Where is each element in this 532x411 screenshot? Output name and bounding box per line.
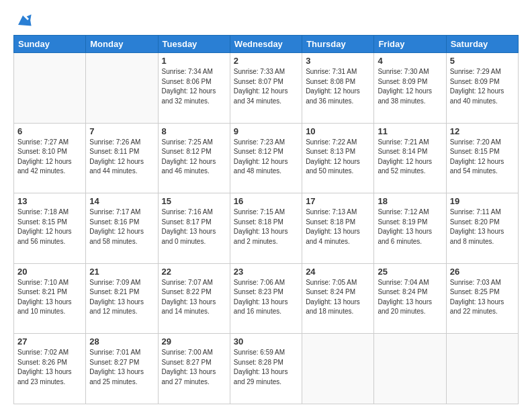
- day-number: 14: [89, 196, 154, 206]
- day-info: Sunrise: 7:01 AM Sunset: 8:27 PM Dayligh…: [89, 348, 154, 387]
- day-info: Sunrise: 7:09 AM Sunset: 8:21 PM Dayligh…: [89, 278, 154, 317]
- calendar-cell: [14, 53, 86, 124]
- day-info: Sunrise: 7:34 AM Sunset: 8:06 PM Dayligh…: [162, 67, 226, 106]
- day-info: Sunrise: 7:11 AM Sunset: 8:20 PM Dayligh…: [450, 208, 515, 246]
- day-info: Sunrise: 7:00 AM Sunset: 8:27 PM Dayligh…: [162, 348, 226, 387]
- day-info: Sunrise: 7:23 AM Sunset: 8:12 PM Dayligh…: [234, 138, 298, 177]
- calendar-cell: 15Sunrise: 7:16 AM Sunset: 8:17 PM Dayli…: [158, 193, 230, 264]
- calendar-table: SundayMondayTuesdayWednesdayThursdayFrid…: [13, 35, 519, 404]
- calendar-cell: 13Sunrise: 7:18 AM Sunset: 8:15 PM Dayli…: [14, 193, 86, 264]
- calendar-cell: 26Sunrise: 7:03 AM Sunset: 8:25 PM Dayli…: [446, 263, 518, 334]
- generalblue-icon: [13, 11, 32, 30]
- calendar-week-row: 1Sunrise: 7:34 AM Sunset: 8:06 PM Daylig…: [14, 53, 519, 124]
- day-info: Sunrise: 7:10 AM Sunset: 8:21 PM Dayligh…: [17, 278, 82, 317]
- calendar-week-row: 20Sunrise: 7:10 AM Sunset: 8:21 PM Dayli…: [14, 263, 519, 334]
- day-info: Sunrise: 6:59 AM Sunset: 8:28 PM Dayligh…: [234, 348, 298, 387]
- day-number: 19: [450, 196, 515, 206]
- day-info: Sunrise: 7:26 AM Sunset: 8:11 PM Dayligh…: [89, 138, 154, 177]
- day-number: 3: [306, 56, 370, 66]
- day-info: Sunrise: 7:31 AM Sunset: 8:08 PM Dayligh…: [306, 67, 370, 106]
- calendar-cell: 17Sunrise: 7:13 AM Sunset: 8:18 PM Dayli…: [302, 193, 374, 264]
- calendar-cell: 3Sunrise: 7:31 AM Sunset: 8:08 PM Daylig…: [302, 53, 374, 124]
- day-info: Sunrise: 7:18 AM Sunset: 8:15 PM Dayligh…: [17, 208, 82, 246]
- day-number: 25: [378, 267, 442, 277]
- day-number: 1: [162, 56, 226, 66]
- day-info: Sunrise: 7:33 AM Sunset: 8:07 PM Dayligh…: [234, 67, 298, 106]
- day-number: 13: [17, 196, 82, 206]
- calendar-header-tuesday: Tuesday: [158, 36, 230, 53]
- day-info: Sunrise: 7:30 AM Sunset: 8:09 PM Dayligh…: [378, 67, 442, 106]
- day-number: 2: [234, 56, 298, 66]
- calendar-cell: 16Sunrise: 7:15 AM Sunset: 8:18 PM Dayli…: [230, 193, 302, 264]
- calendar-header-wednesday: Wednesday: [230, 36, 302, 53]
- day-number: 8: [162, 126, 226, 136]
- day-info: Sunrise: 7:04 AM Sunset: 8:24 PM Dayligh…: [378, 278, 442, 317]
- calendar-cell: 25Sunrise: 7:04 AM Sunset: 8:24 PM Dayli…: [374, 263, 446, 334]
- calendar-cell: 19Sunrise: 7:11 AM Sunset: 8:20 PM Dayli…: [446, 193, 518, 264]
- calendar-cell: 2Sunrise: 7:33 AM Sunset: 8:07 PM Daylig…: [230, 53, 302, 124]
- day-number: 22: [162, 267, 226, 277]
- day-number: 9: [234, 126, 298, 136]
- calendar-header-sunday: Sunday: [14, 36, 86, 53]
- calendar-cell: [446, 334, 518, 404]
- calendar-cell: 12Sunrise: 7:20 AM Sunset: 8:15 PM Dayli…: [446, 123, 518, 193]
- day-number: 26: [450, 267, 515, 277]
- calendar-cell: 10Sunrise: 7:22 AM Sunset: 8:13 PM Dayli…: [302, 123, 374, 193]
- day-info: Sunrise: 7:07 AM Sunset: 8:22 PM Dayligh…: [162, 278, 226, 317]
- calendar-cell: 14Sunrise: 7:17 AM Sunset: 8:16 PM Dayli…: [86, 193, 158, 264]
- day-number: 30: [234, 336, 298, 347]
- day-number: 5: [450, 56, 515, 66]
- calendar-cell: 29Sunrise: 7:00 AM Sunset: 8:27 PM Dayli…: [158, 334, 230, 404]
- calendar-week-row: 6Sunrise: 7:27 AM Sunset: 8:10 PM Daylig…: [14, 123, 519, 193]
- logo: [13, 11, 35, 30]
- calendar-header-thursday: Thursday: [302, 36, 374, 53]
- calendar-cell: 21Sunrise: 7:09 AM Sunset: 8:21 PM Dayli…: [86, 263, 158, 334]
- day-number: 20: [17, 267, 82, 277]
- day-number: 28: [89, 336, 154, 347]
- day-info: Sunrise: 7:16 AM Sunset: 8:17 PM Dayligh…: [162, 208, 226, 246]
- calendar-cell: 11Sunrise: 7:21 AM Sunset: 8:14 PM Dayli…: [374, 123, 446, 193]
- calendar-cell: [86, 53, 158, 124]
- calendar-cell: 1Sunrise: 7:34 AM Sunset: 8:06 PM Daylig…: [158, 53, 230, 124]
- calendar-cell: 27Sunrise: 7:02 AM Sunset: 8:26 PM Dayli…: [14, 334, 86, 404]
- calendar-cell: [302, 334, 374, 404]
- day-number: 16: [234, 196, 298, 206]
- day-info: Sunrise: 7:20 AM Sunset: 8:15 PM Dayligh…: [450, 138, 515, 177]
- day-number: 21: [89, 267, 154, 277]
- page: SundayMondayTuesdayWednesdayThursdayFrid…: [0, 0, 532, 411]
- day-info: Sunrise: 7:13 AM Sunset: 8:18 PM Dayligh…: [306, 208, 370, 246]
- day-number: 15: [162, 196, 226, 206]
- day-info: Sunrise: 7:21 AM Sunset: 8:14 PM Dayligh…: [378, 138, 442, 177]
- day-info: Sunrise: 7:03 AM Sunset: 8:25 PM Dayligh…: [450, 278, 515, 317]
- calendar-cell: [374, 334, 446, 404]
- calendar-header-friday: Friday: [374, 36, 446, 53]
- calendar-header-saturday: Saturday: [446, 36, 518, 53]
- calendar-week-row: 27Sunrise: 7:02 AM Sunset: 8:26 PM Dayli…: [14, 334, 519, 404]
- day-number: 17: [306, 196, 370, 206]
- calendar-cell: 30Sunrise: 6:59 AM Sunset: 8:28 PM Dayli…: [230, 334, 302, 404]
- day-info: Sunrise: 7:27 AM Sunset: 8:10 PM Dayligh…: [17, 138, 82, 177]
- day-number: 24: [306, 267, 370, 277]
- day-info: Sunrise: 7:29 AM Sunset: 8:09 PM Dayligh…: [450, 67, 515, 106]
- day-info: Sunrise: 7:06 AM Sunset: 8:23 PM Dayligh…: [234, 278, 298, 317]
- day-info: Sunrise: 7:22 AM Sunset: 8:13 PM Dayligh…: [306, 138, 370, 177]
- day-number: 23: [234, 267, 298, 277]
- day-number: 11: [378, 126, 442, 136]
- day-number: 7: [89, 126, 154, 136]
- calendar-cell: 4Sunrise: 7:30 AM Sunset: 8:09 PM Daylig…: [374, 53, 446, 124]
- day-info: Sunrise: 7:02 AM Sunset: 8:26 PM Dayligh…: [17, 348, 82, 387]
- day-number: 18: [378, 196, 442, 206]
- calendar-cell: 22Sunrise: 7:07 AM Sunset: 8:22 PM Dayli…: [158, 263, 230, 334]
- calendar-cell: 8Sunrise: 7:25 AM Sunset: 8:12 PM Daylig…: [158, 123, 230, 193]
- day-number: 10: [306, 126, 370, 136]
- calendar-cell: 23Sunrise: 7:06 AM Sunset: 8:23 PM Dayli…: [230, 263, 302, 334]
- day-info: Sunrise: 7:12 AM Sunset: 8:19 PM Dayligh…: [378, 208, 442, 246]
- calendar-header-row: SundayMondayTuesdayWednesdayThursdayFrid…: [14, 36, 519, 53]
- day-number: 6: [17, 126, 82, 136]
- day-info: Sunrise: 7:25 AM Sunset: 8:12 PM Dayligh…: [162, 138, 226, 177]
- calendar-cell: 6Sunrise: 7:27 AM Sunset: 8:10 PM Daylig…: [14, 123, 86, 193]
- calendar-cell: 24Sunrise: 7:05 AM Sunset: 8:24 PM Dayli…: [302, 263, 374, 334]
- day-number: 27: [17, 336, 82, 347]
- day-info: Sunrise: 7:17 AM Sunset: 8:16 PM Dayligh…: [89, 208, 154, 246]
- calendar-cell: 18Sunrise: 7:12 AM Sunset: 8:19 PM Dayli…: [374, 193, 446, 264]
